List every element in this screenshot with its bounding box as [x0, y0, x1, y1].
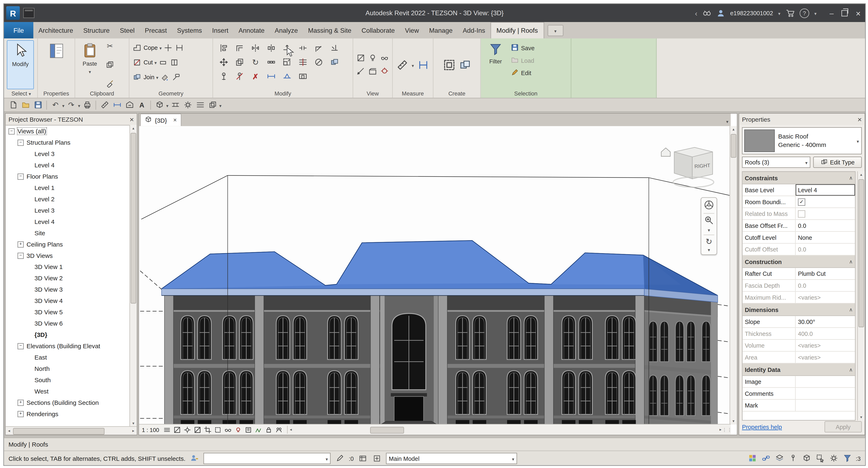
apply-coping-icon[interactable] — [158, 57, 168, 67]
property-group-identity-data[interactable]: Identity Data∧ — [743, 363, 855, 376]
pin-icon[interactable] — [217, 69, 230, 83]
select-by-face-toggle-icon[interactable] — [802, 453, 812, 463]
select-links-toggle-icon[interactable] — [761, 453, 771, 463]
split-face-icon[interactable] — [170, 57, 179, 67]
cut-to-clipboard-icon[interactable] — [105, 41, 115, 51]
app-frame-icon[interactable] — [23, 8, 35, 18]
tree-item-floor-plans[interactable]: −Floor Plans — [5, 171, 130, 182]
cut-geometry-button[interactable]: Cut — [131, 55, 185, 69]
type-selector[interactable]: Basic Roof Generic - 400mm — [742, 127, 862, 154]
tree-item-structural-plans[interactable]: −Structural Plans — [5, 137, 130, 148]
worksharing-display-icon[interactable] — [275, 426, 283, 434]
undo-icon[interactable] — [50, 99, 61, 111]
measure-caret-icon[interactable] — [412, 61, 414, 68]
worksets-combo[interactable] — [204, 452, 331, 464]
collapse-chevron-icon[interactable]: ∧ — [849, 306, 853, 312]
scroll-left-icon[interactable] — [5, 428, 12, 434]
constraints-icon[interactable] — [264, 426, 273, 434]
ribbon-tab-systems[interactable]: Systems — [172, 22, 207, 38]
tree-item-3d-view-6[interactable]: 3D View 6 — [5, 318, 130, 329]
edit-type-button[interactable]: Edit Type — [813, 156, 862, 168]
steering-wheel-icon[interactable] — [704, 200, 714, 211]
view-tab-close-icon[interactable]: × — [173, 117, 177, 123]
show-crop-region-icon[interactable] — [213, 426, 222, 434]
override-graphics-icon[interactable] — [355, 51, 366, 65]
tab-modify-roofs[interactable]: Modify | Roofs — [490, 22, 544, 38]
orbit-icon[interactable] — [706, 237, 712, 246]
element-filter-combo[interactable]: Roofs (3) — [742, 156, 810, 168]
checkbox-icon[interactable] — [798, 210, 805, 217]
save-selection-button[interactable]: Save — [511, 42, 534, 54]
aligned-dimension-icon[interactable] — [416, 58, 430, 71]
temporary-isolate-icon[interactable] — [378, 51, 390, 65]
tree-item-level-1[interactable]: Level 1 — [5, 182, 130, 193]
zoom-menu-caret-icon[interactable] — [708, 226, 710, 233]
text-icon[interactable] — [136, 99, 148, 111]
join-geometry-icon[interactable] — [328, 55, 341, 69]
analytical-model-icon[interactable] — [254, 426, 262, 434]
save-icon[interactable] — [32, 99, 43, 111]
signed-in-user[interactable]: e198223001002 — [730, 10, 773, 17]
project-browser-tree[interactable]: −Views (all)−Structural PlansLevel 3Leve… — [5, 125, 130, 427]
view-tab-3d[interactable]: {3D} × — [140, 114, 181, 126]
thin-lines-icon[interactable] — [194, 99, 206, 111]
collapse-chevron-icon[interactable]: ∧ — [849, 175, 853, 180]
property-group-dimensions[interactable]: Dimensions∧ — [743, 303, 855, 316]
tree-item-3d[interactable]: {3D} — [5, 329, 130, 341]
tree-item-sections-building-section[interactable]: +Sections (Building Section — [5, 397, 130, 408]
tree-item-elevations-building-elevat[interactable]: −Elevations (Building Elevat — [5, 341, 130, 352]
reveal-hidden-icon[interactable] — [378, 65, 390, 79]
scroll-thumb[interactable] — [130, 133, 136, 303]
tree-item-3d-view-1[interactable]: 3D View 1 — [5, 261, 130, 272]
drag-on-selection-toggle-icon[interactable] — [815, 453, 825, 463]
cut-profile-icon[interactable] — [312, 55, 326, 69]
ribbon-display-toggle[interactable] — [548, 25, 563, 36]
properties-vscrollbar[interactable] — [857, 171, 865, 420]
cope-button[interactable]: Cope — [131, 40, 185, 55]
ribbon-tab-insert[interactable]: Insert — [207, 22, 233, 38]
help-icon[interactable]: ? — [800, 8, 809, 18]
ribbon-tab-add-ins[interactable]: Add-Ins — [458, 22, 490, 38]
sun-path-icon[interactable] — [183, 426, 191, 434]
tree-item-3d-view-5[interactable]: 3D View 5 — [5, 306, 130, 318]
view-cube[interactable]: RIGHT — [661, 147, 714, 187]
property-value-cutoff-offset[interactable]: 0.0 — [796, 244, 855, 255]
temporary-hide-isolate-icon[interactable] — [224, 426, 232, 434]
tree-item-views-all[interactable]: −Views (all) — [5, 125, 130, 137]
select-pinned-toggle-icon[interactable] — [788, 453, 798, 463]
edit-dimensions-icon[interactable] — [265, 69, 278, 83]
properties-toggle-button[interactable] — [43, 40, 69, 89]
panel-label-geometry[interactable]: Geometry — [129, 89, 213, 98]
selected-roof[interactable] — [161, 241, 718, 302]
paint-icon[interactable] — [160, 72, 170, 82]
design-options-icon[interactable] — [372, 453, 382, 463]
tree-expand-icon[interactable]: + — [18, 411, 24, 417]
panel-label-measure[interactable]: Measure — [393, 89, 433, 98]
property-value-base-level[interactable]: Level 4 — [796, 184, 855, 196]
wall-opening-icon[interactable] — [296, 69, 310, 83]
select-underlay-toggle-icon[interactable] — [774, 453, 784, 463]
cutaway-views-icon[interactable] — [367, 65, 378, 79]
property-value-fascia-depth[interactable]: 0.0 — [796, 280, 855, 291]
paste-button[interactable]: Paste — [77, 40, 103, 89]
orbit-menu-caret-icon[interactable] — [708, 246, 710, 253]
unpin-icon[interactable] — [233, 69, 246, 83]
crop-view-icon[interactable] — [203, 426, 212, 434]
filter-button[interactable]: Filter — [483, 40, 508, 89]
viewport-vscrollbar[interactable] — [730, 126, 737, 425]
tag-icon[interactable] — [124, 99, 135, 111]
background-processes-icon[interactable] — [829, 453, 839, 463]
panel-label-modify[interactable]: Modify — [213, 89, 353, 98]
panel-label-select[interactable]: Select — [5, 89, 37, 98]
property-value-room-boundi[interactable]: ✓ — [796, 196, 855, 207]
scroll-up-icon[interactable] — [858, 171, 865, 178]
measure-icon[interactable] — [396, 58, 409, 71]
demolish-icon[interactable] — [172, 72, 181, 82]
ribbon-tab-structure[interactable]: Structure — [78, 22, 115, 38]
move-icon[interactable] — [217, 55, 230, 69]
align-icon[interactable] — [217, 41, 230, 55]
scroll-left-icon[interactable] — [287, 426, 294, 433]
property-value-image[interactable] — [796, 376, 855, 387]
properties-help-link[interactable]: Properties help — [742, 423, 782, 430]
tree-collapse-icon[interactable]: − — [8, 128, 14, 134]
